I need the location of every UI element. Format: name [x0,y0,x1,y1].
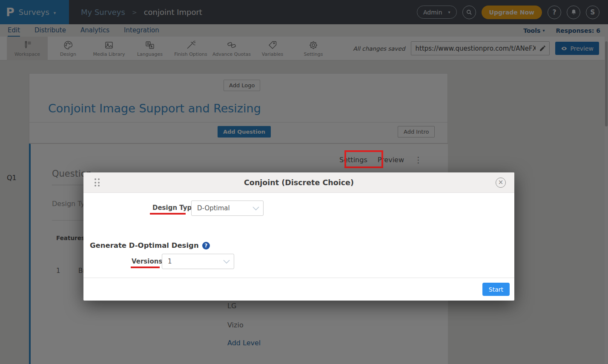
modal-title: Conjoint (Discrete Choice) [83,172,514,193]
versions-value: 1 [168,258,172,265]
start-button[interactable]: Start [482,283,510,296]
generate-design-heading: Generate D-Optimal Design ? [90,241,210,249]
drag-handle-icon[interactable] [95,178,100,186]
design-type-label: Design Type [152,204,196,212]
chevron-down-icon [223,260,230,264]
design-type-value: D-Optimal [197,204,230,212]
chevron-down-icon [252,206,259,211]
generate-design-heading-text: Generate D-Optimal Design [90,241,199,249]
versions-red-underline-annotation [131,267,160,268]
modal-footer: Start [83,278,514,301]
help-icon[interactable]: ? [202,242,210,249]
design-type-select[interactable]: D-Optimal [191,201,264,216]
conjoint-settings-modal: Conjoint (Discrete Choice) × Design Type… [83,172,514,301]
modal-header: Conjoint (Discrete Choice) × [83,172,514,193]
settings-highlight-annotation [344,150,383,168]
close-icon[interactable]: × [496,178,506,188]
design-type-red-underline-annotation [150,213,186,215]
versions-select[interactable]: 1 [162,254,234,269]
